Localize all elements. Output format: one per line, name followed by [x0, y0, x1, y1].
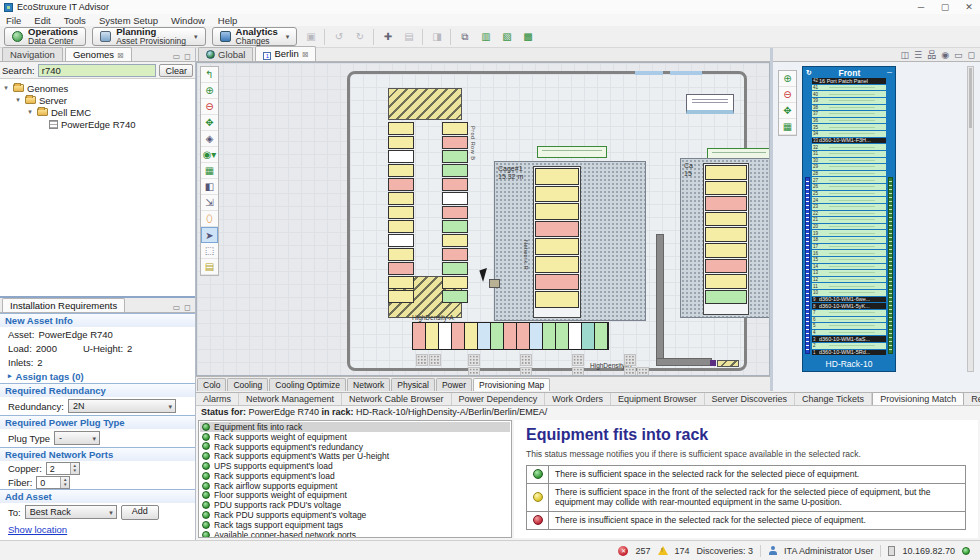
map-rack[interactable]: [388, 248, 414, 261]
map-rack[interactable]: [388, 136, 414, 149]
expander-icon[interactable]: ▾: [14, 96, 22, 104]
layer-tab-power[interactable]: Power: [436, 378, 472, 391]
fiber-stepper[interactable]: 0▲▼: [36, 476, 70, 489]
redo-icon[interactable]: ↻: [352, 29, 367, 44]
minimize-icon[interactable]: ─: [910, 1, 932, 14]
tab-server-discoveries[interactable]: Server Discoveries: [705, 393, 796, 405]
back-icon[interactable]: ↰: [201, 67, 218, 83]
rack-slot-free[interactable]: 4: [812, 330, 886, 336]
rack-front-view[interactable]: ↻ Front ─ 4216 Port Patch Panel414039383…: [802, 66, 896, 372]
map-rack[interactable]: [388, 220, 414, 233]
perspective-planning[interactable]: PlanningAsset Provisioning ▾: [92, 27, 205, 46]
rack-slot-free[interactable]: 36: [812, 118, 886, 124]
rack-slot-free[interactable]: 7: [812, 310, 886, 316]
rack-grid-icon[interactable]: ▦: [779, 119, 796, 135]
redundancy-select[interactable]: 2N: [68, 399, 176, 413]
map-rack[interactable]: [388, 178, 414, 191]
split-view-icon[interactable]: ◫: [901, 50, 910, 60]
map-rack[interactable]: [595, 323, 608, 349]
rack-slot-free[interactable]: 11: [812, 283, 886, 289]
maximize-view-icon[interactable]: ◻: [968, 50, 975, 60]
rack-slot-free[interactable]: 28: [812, 171, 886, 177]
check-item[interactable]: Rack supports equipment's redundancy: [200, 442, 510, 452]
map-rack[interactable]: [442, 206, 468, 219]
map-rack[interactable]: [388, 290, 414, 303]
cage-rack[interactable]: [705, 181, 747, 196]
tab-installation-requirements[interactable]: Installation Requirements: [2, 298, 125, 312]
assign-tags-toggle[interactable]: ▸Assign tags (0): [0, 369, 195, 383]
close-icon[interactable]: ⊠: [117, 51, 124, 60]
tree-item-genomes[interactable]: ▾Genomes: [2, 82, 193, 94]
layer-tab-physical[interactable]: Physical: [391, 378, 435, 391]
cage-rack[interactable]: [705, 165, 747, 180]
rack-slot-free[interactable]: 18: [812, 237, 886, 243]
minimize-view-icon[interactable]: ▭: [954, 50, 963, 60]
map-rack[interactable]: [388, 150, 414, 163]
menu-window[interactable]: Window: [171, 15, 205, 26]
layer-tab-cooling-optimize[interactable]: Cooling Optimize: [269, 378, 346, 391]
zoom-out-icon[interactable]: ⊖: [779, 87, 796, 103]
map-rack[interactable]: [569, 323, 582, 349]
cage-1[interactable]: Cage#1 15.32 m Network R: [494, 161, 646, 321]
stamp-icon[interactable]: ◨: [429, 29, 444, 44]
plug-type-select[interactable]: -: [54, 431, 100, 445]
map-rack[interactable]: [556, 323, 569, 349]
map-rack[interactable]: [388, 234, 414, 247]
check-item[interactable]: Rack PDU supports equipment's voltage: [200, 510, 510, 520]
cage-rack[interactable]: [705, 227, 747, 242]
rack-slot-free[interactable]: 15: [812, 257, 886, 263]
undo-icon[interactable]: ↺: [331, 29, 346, 44]
error-icon[interactable]: ✕: [618, 546, 628, 556]
cage-rack[interactable]: [705, 243, 747, 258]
map-rack[interactable]: [530, 323, 543, 349]
rack-slot-free[interactable]: 20: [812, 224, 886, 230]
rack-slot-occupied[interactable]: 4216 Port Patch Panel: [812, 78, 886, 84]
rack-slot-free[interactable]: 39: [812, 98, 886, 104]
snapshot-icon[interactable]: ◧: [201, 179, 218, 195]
cage-rack[interactable]: [535, 238, 579, 255]
rack-slot-occupied[interactable]: 9d360-10-WM1-6we...: [812, 297, 886, 303]
map-rack[interactable]: [465, 323, 478, 349]
rack-slot-occupied[interactable]: 8d360-10-WM1-5yK...: [812, 303, 886, 309]
export-icon[interactable]: ▧: [499, 29, 514, 44]
map-rack[interactable]: [442, 290, 468, 303]
warning-icon[interactable]: [658, 546, 668, 555]
rack-slot-free[interactable]: 34: [812, 131, 886, 137]
tree-item-poweredge-r740[interactable]: PowerEdge R740: [2, 118, 193, 130]
collapse-icon[interactable]: ─: [887, 69, 892, 76]
rack-slot-free[interactable]: 21: [812, 217, 886, 223]
search-input[interactable]: r740: [38, 64, 157, 77]
rack-slot-free[interactable]: 31: [812, 151, 886, 157]
link-icon[interactable]: ⧉: [457, 29, 472, 44]
map-rack[interactable]: [442, 136, 468, 149]
cage-rack[interactable]: [535, 221, 579, 238]
cage-rack[interactable]: [535, 274, 579, 291]
rack-slot-free[interactable]: 41: [812, 85, 886, 91]
rack-slot-free[interactable]: 30: [812, 158, 886, 164]
check-item[interactable]: Rack supports equipment's Watts per U-he…: [200, 451, 510, 461]
rack-slot-free[interactable]: 24: [812, 197, 886, 203]
rack-slot-free[interactable]: 40: [812, 91, 886, 97]
rack-slot-free[interactable]: 2: [812, 343, 886, 349]
cage-rack[interactable]: [705, 196, 747, 211]
tab-berlin[interactable]: 1Berlin⊠: [255, 46, 316, 61]
map-rack[interactable]: [426, 323, 439, 349]
menu-tools[interactable]: Tools: [64, 15, 86, 26]
floor-map[interactable]: ↰ ⊕ ⊖ ✥ ◈ ◉▾ ▦ ◧ ⇲ ⬯ ➤ ⬚ ▤: [196, 62, 770, 376]
map-rack[interactable]: [442, 220, 468, 233]
perspective-analytics[interactable]: AnalyticsChanges ▾: [212, 27, 298, 46]
tab-global[interactable]: Global: [198, 47, 253, 61]
rack-slot-free[interactable]: 23: [812, 204, 886, 210]
cage-rack[interactable]: [535, 291, 579, 308]
map-rack[interactable]: [388, 206, 414, 219]
layer-tab-provisioning-map[interactable]: Provisioning Map: [473, 378, 550, 391]
globe-icon[interactable]: ◉: [941, 50, 949, 60]
maximize-view-icon[interactable]: ◻: [184, 52, 191, 61]
rack-pdu-right[interactable]: [888, 177, 893, 354]
zoom-fit-icon[interactable]: ✥: [779, 103, 796, 119]
rack-slot-occupied[interactable]: 1d360-10-WM1-5Rd...: [812, 350, 886, 356]
report-icon[interactable]: ▥: [478, 29, 493, 44]
map-rack[interactable]: [388, 122, 414, 135]
map-rack[interactable]: [543, 323, 556, 349]
tab-change-tickets[interactable]: Change Tickets: [795, 393, 872, 405]
